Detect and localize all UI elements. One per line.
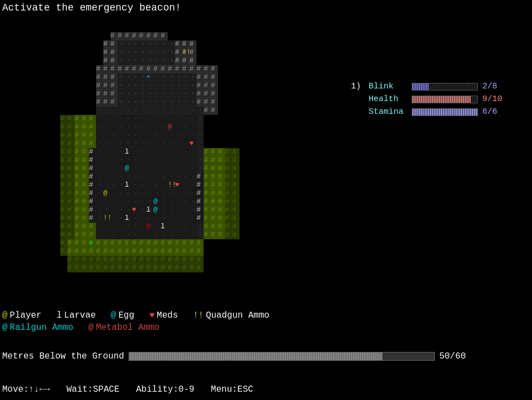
health-stat-row: Health 9/10 bbox=[351, 94, 510, 104]
metabol-symbol: @ bbox=[88, 322, 94, 334]
railgun-label: Railgun Ammo bbox=[10, 322, 73, 334]
wait-control: Wait:SPACE bbox=[66, 385, 119, 394]
depth-bar-section: Metres Below the Ground 50/60 bbox=[2, 351, 466, 361]
game-container: Activate the emergency beacon! 1) Blink … bbox=[0, 0, 532, 400]
health-value: 9/10 bbox=[482, 94, 510, 104]
larvae-symbol: l bbox=[56, 309, 62, 322]
stats-panel: 1) Blink 2/8 Health 9/10 Stamina 6 bbox=[351, 82, 510, 120]
larvae-label: Larvae bbox=[64, 309, 96, 322]
ability-name: Blink bbox=[369, 82, 407, 91]
meds-label: Meds bbox=[157, 309, 178, 322]
menu-control: Menu:ESC bbox=[211, 385, 253, 394]
depth-bar-fill bbox=[129, 352, 382, 360]
legend: @ Player l Larvae @ Egg ♥ Meds !! Quadgu… bbox=[2, 309, 269, 334]
depth-value: 50/60 bbox=[439, 351, 466, 361]
depth-label: Metres Below the Ground bbox=[2, 351, 124, 361]
player-symbol: @ bbox=[2, 309, 8, 322]
ability-bar-pattern bbox=[412, 83, 477, 90]
ability-bar bbox=[412, 83, 478, 91]
meds-symbol: ♥ bbox=[149, 309, 155, 322]
stamina-label: Stamina bbox=[369, 107, 407, 117]
stamina-stat-row: Stamina 6/6 bbox=[351, 107, 510, 117]
legend-row-1: @ Player l Larvae @ Egg ♥ Meds !! Quadgu… bbox=[2, 309, 269, 322]
controls-bar: Move:↑↓←→ Wait:SPACE Ability:0-9 Menu:ES… bbox=[2, 385, 530, 394]
ability-stat-row: 1) Blink 2/8 bbox=[351, 82, 510, 91]
ability-value: 2/8 bbox=[482, 82, 510, 91]
egg-label: Egg bbox=[118, 309, 134, 322]
quadgun-label: Quadgun Ammo bbox=[206, 309, 269, 322]
ability-number: 1) bbox=[351, 82, 364, 91]
ability-control: Ability:0-9 bbox=[136, 385, 194, 394]
railgun-symbol: @ bbox=[2, 322, 8, 334]
player-label: Player bbox=[10, 309, 42, 322]
move-control: Move:↑↓←→ bbox=[2, 385, 50, 394]
egg-symbol: @ bbox=[111, 309, 116, 322]
health-bar bbox=[412, 96, 478, 103]
stamina-value: 6/6 bbox=[482, 107, 510, 117]
legend-row-2: @ Railgun Ammo @ Metabol Ammo bbox=[2, 322, 269, 334]
stamina-bar bbox=[412, 108, 478, 116]
metabol-label: Metabol Ammo bbox=[96, 322, 159, 334]
health-bar-pattern bbox=[412, 96, 477, 103]
depth-bar-outer bbox=[129, 352, 435, 361]
map-canvas bbox=[3, 32, 268, 314]
quadgun-symbol: !! bbox=[193, 309, 204, 322]
stamina-bar-pattern bbox=[412, 109, 477, 115]
health-label: Health bbox=[369, 94, 407, 104]
top-message: Activate the emergency beacon! bbox=[2, 2, 181, 13]
